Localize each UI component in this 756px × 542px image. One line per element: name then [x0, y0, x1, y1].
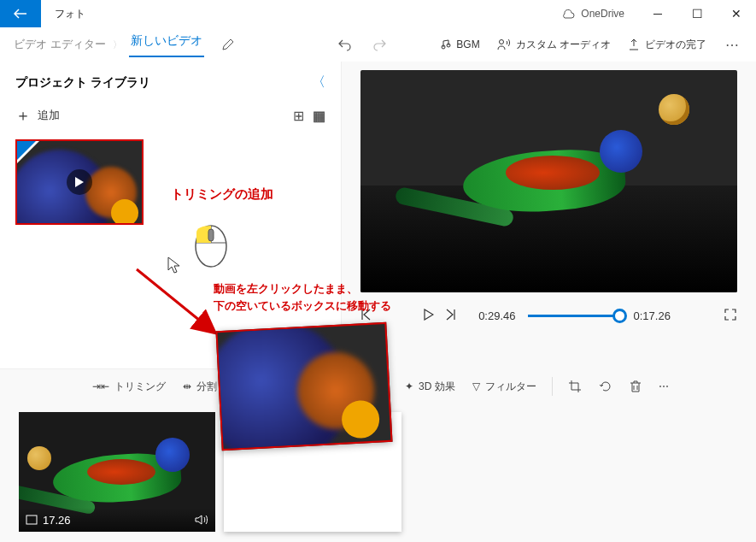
rotate-button[interactable]	[590, 380, 621, 393]
music-icon	[439, 38, 451, 50]
edit-icon[interactable]	[211, 27, 245, 62]
custom-audio-button[interactable]: カスタム オーディオ	[489, 27, 619, 62]
next-frame-button[interactable]	[446, 309, 456, 323]
dragging-clip-thumbnail	[215, 322, 392, 451]
video-preview[interactable]	[360, 70, 737, 292]
svg-point-0	[499, 40, 503, 44]
play-overlay-icon	[67, 169, 92, 195]
back-button[interactable]	[0, 0, 41, 27]
trim-button[interactable]: ⇥⇤トリミング	[84, 380, 174, 394]
filter-button[interactable]: ▽フィルター	[464, 380, 545, 394]
redo-button[interactable]	[362, 27, 396, 62]
bgm-button[interactable]: BGM	[431, 27, 488, 62]
storyboard-clip[interactable]: 17.26	[19, 412, 215, 532]
3d-effects-button[interactable]: ✦3D 効果	[396, 380, 464, 394]
grid-small-icon[interactable]: ⊞	[293, 108, 304, 124]
breadcrumb-video-editor[interactable]: ビデオ エディター	[7, 37, 113, 52]
sparkle-icon: ✦	[405, 380, 413, 392]
seek-bar[interactable]	[528, 315, 622, 317]
svg-rect-3	[208, 229, 214, 241]
breadcrumb-new-video[interactable]: 新しいビデオ	[129, 32, 204, 57]
person-audio-icon	[497, 38, 511, 50]
library-clip-thumbnail[interactable]	[15, 139, 144, 225]
more-storyboard-button[interactable]: ⋯	[650, 380, 677, 392]
cloud-icon	[560, 9, 576, 19]
finish-video-button[interactable]: ビデオの完了	[619, 27, 715, 62]
crop-icon	[568, 380, 582, 393]
maximize-button[interactable]: ☐	[677, 0, 717, 27]
more-button[interactable]: ⋯	[715, 27, 749, 62]
trim-icon: ⇥⇤	[92, 380, 109, 392]
filter-icon: ▽	[472, 380, 480, 392]
time-current: 0:29.46	[478, 309, 515, 322]
annotation-drag-hint: 動画を左クリックしたまま、 下の空いているボックスに移動する	[214, 280, 391, 314]
library-title: プロジェクト ライブラリ	[15, 75, 150, 91]
title-bar: フォト OneDrive ─ ☐ ✕	[0, 0, 756, 27]
preview-panel: 0:29.46 0:17.26	[342, 62, 756, 369]
delete-button[interactable]	[621, 380, 650, 393]
crop-button[interactable]	[560, 380, 590, 393]
fullscreen-button[interactable]	[724, 308, 737, 324]
clip-icon	[26, 515, 38, 525]
svg-line-4	[137, 269, 214, 332]
annotation-add-trim: トリミングの追加	[171, 186, 273, 203]
svg-rect-1	[26, 515, 37, 524]
undo-button[interactable]	[328, 27, 362, 62]
onedrive-status[interactable]: OneDrive	[560, 8, 624, 20]
close-button[interactable]: ✕	[717, 0, 756, 27]
collapse-chevron-icon[interactable]: 〈	[312, 74, 325, 91]
chevron-right-icon: 〉	[113, 38, 122, 51]
top-toolbar: ビデオ エディター 〉 新しいビデオ BGM カスタム オーディオ ビデオの完了…	[0, 27, 756, 62]
trash-icon	[630, 380, 642, 393]
export-icon	[628, 38, 640, 50]
plus-icon: ＋	[15, 105, 31, 126]
mouse-illustration-icon	[190, 221, 232, 268]
split-icon: ⇹	[183, 380, 191, 392]
time-total: 0:17.26	[634, 309, 671, 322]
sound-icon[interactable]	[195, 514, 208, 526]
clip-duration: 17.26	[43, 514, 71, 527]
grid-large-icon[interactable]: ▦	[313, 108, 325, 124]
add-media-button[interactable]: ＋ 追加	[15, 105, 60, 126]
play-button[interactable]	[424, 309, 434, 323]
app-title: フォト	[55, 7, 85, 21]
arrow-annotation-icon	[132, 265, 226, 342]
minimize-button[interactable]: ─	[638, 0, 677, 27]
rotate-icon	[599, 380, 612, 393]
